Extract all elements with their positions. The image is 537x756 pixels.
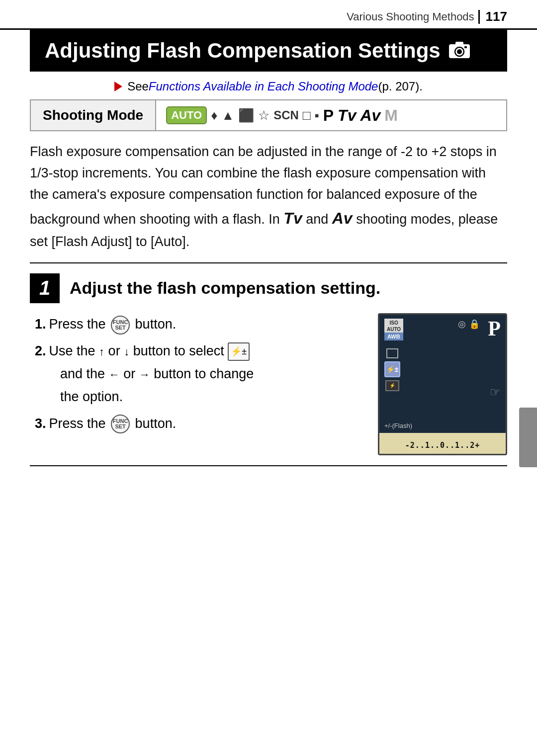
mode-auto: AUTO <box>166 106 207 124</box>
main-content: Adjusting Flash Compensation Settings Se… <box>0 30 537 466</box>
arrow-left-icon: ← <box>109 368 120 381</box>
camera-screen: ISOAUTO AWB ◎ 🔒 P <box>378 313 507 455</box>
shooting-mode-label: Shooting Mode <box>31 100 156 130</box>
mode-p: P <box>323 106 334 125</box>
section-label: Various Shooting Methods <box>347 10 474 23</box>
arrow-icon <box>114 82 122 91</box>
screen-top-icons: ◎ 🔒 <box>458 319 480 330</box>
body-text: Flash exposure compensation can be adjus… <box>30 141 507 252</box>
see-reference: See Functions Available in Each Shooting… <box>30 72 507 99</box>
screen-icon-3: ⚡ <box>385 380 399 391</box>
step-content: 1. Press the FUNCSET button. 2. <box>30 313 507 455</box>
screen-rect-icon <box>386 348 398 358</box>
or-text-1: or <box>108 343 120 358</box>
mode-icon-landscape: ▲ <box>221 108 234 123</box>
step-instructions: 1. Press the FUNCSET button. 2. <box>30 313 368 439</box>
instruction-3: 3. Press the FUNCSET button. <box>35 413 368 435</box>
shooting-mode-icons: AUTO ♦ ▲ ⬛ ☆ SCN □ ▪ P Tv Av M <box>156 101 408 130</box>
title-section: Adjusting Flash Compensation Settings <box>30 30 507 72</box>
or-text-2: or <box>123 366 135 381</box>
instruction-3-num: 3. <box>35 413 46 435</box>
see-prefix: See <box>127 80 149 93</box>
instruction-2-num: 2. <box>35 340 46 363</box>
mode-tv: Tv <box>338 106 356 125</box>
mode-m: M <box>384 106 398 125</box>
screen-left-column: ⚡± ⚡ <box>384 348 400 391</box>
svg-rect-1 <box>455 42 463 46</box>
step-number: 1 <box>30 273 60 303</box>
camera-icon <box>448 41 470 59</box>
flash-comp-icon: ⚡± <box>228 342 250 361</box>
screen-flash-label-bar: +/-(Flash) <box>379 414 506 433</box>
arrow-down-icon: ↓ <box>124 345 129 358</box>
mode-tv-inline: Tv <box>283 209 302 227</box>
mode-icon-portrait: ♦ <box>211 108 217 123</box>
screen-scale-text: -2..1..0..1..2+ <box>405 441 480 450</box>
instruction-1: 1. Press the FUNCSET button. <box>35 313 368 336</box>
screen-mode-p: P <box>488 317 501 340</box>
svg-point-3 <box>457 49 462 54</box>
screen-iso: ISOAUTO <box>384 319 403 334</box>
page-title: Adjusting Flash Compensation Settings <box>45 39 441 63</box>
instruction-1-num: 1. <box>35 313 46 336</box>
mode-av-inline: Av <box>332 209 353 227</box>
see-link-text[interactable]: Functions Available in Each Shooting Mod… <box>149 80 378 93</box>
mode-icon-movie: ▪ <box>315 108 319 123</box>
header-bar: Various Shooting Methods 117 <box>0 0 537 30</box>
right-tab <box>519 408 537 467</box>
instruction-2: 2. Use the ↑ or ↓ button to select ⚡± an… <box>35 340 368 409</box>
instruction-1-text: Press the FUNCSET button. <box>49 313 368 336</box>
step-header: 1 Adjust the flash compensation setting. <box>30 273 507 303</box>
func-set-button-2[interactable]: FUNCSET <box>111 415 130 433</box>
arrow-right-icon: → <box>139 368 150 381</box>
screen-awb: AWB <box>384 333 403 340</box>
mode-av: Av <box>360 106 380 125</box>
screen-scale-bar: -2..1..0..1..2+ <box>379 433 506 454</box>
mode-scn: SCN <box>273 108 299 122</box>
step-section: 1 Adjust the flash compensation setting.… <box>30 262 507 466</box>
shooting-mode-row: Shooting Mode AUTO ♦ ▲ ⬛ ☆ SCN □ ▪ P Tv … <box>30 99 507 131</box>
step-title: Adjust the flash compensation setting. <box>70 278 380 298</box>
screen-flash-highlight: ⚡± <box>384 361 400 377</box>
page-number: 117 <box>486 9 507 24</box>
screen-hand-icon: ☞ <box>490 385 501 399</box>
page-container: Various Shooting Methods 117 Adjusting F… <box>0 0 537 756</box>
func-set-button-1[interactable]: FUNCSET <box>111 316 130 335</box>
instruction-3-text: Press the FUNCSET button. <box>49 413 368 435</box>
see-suffix: (p. 207). <box>378 80 422 93</box>
screen-flash-label: +/-(Flash) <box>384 422 412 429</box>
header-divider <box>478 10 480 24</box>
mode-icon-sports: ☆ <box>258 108 269 123</box>
mode-icon-stitch: □ <box>303 108 311 123</box>
arrow-up-icon: ↑ <box>99 345 104 358</box>
mode-icon-night: ⬛ <box>238 108 254 123</box>
instruction-2-text: Use the ↑ or ↓ button to select ⚡± and t… <box>49 340 368 409</box>
svg-rect-4 <box>464 46 467 48</box>
